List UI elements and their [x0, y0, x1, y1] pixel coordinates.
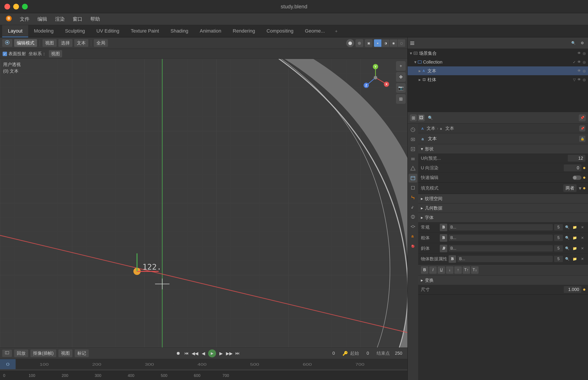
shading-wire-btn[interactable]: ◌: [398, 39, 405, 47]
text-object-row[interactable]: ▸ A 文本 👁 ◎: [408, 66, 588, 75]
grid-btn[interactable]: ⊞: [396, 94, 406, 104]
tab-more[interactable]: ＋: [331, 25, 342, 37]
shading-solid-btn[interactable]: ●: [374, 39, 381, 47]
font-object-data-name[interactable]: B...: [457, 256, 553, 262]
xray-btn[interactable]: ▣: [365, 39, 373, 47]
font-object-data-num[interactable]: 5: [554, 256, 563, 262]
data-block-lock[interactable]: 🔒: [579, 136, 585, 142]
tab-animation[interactable]: Animation: [194, 25, 227, 37]
text-render[interactable]: ◎: [583, 69, 586, 73]
viewport-canvas[interactable]: 122. 用户透视 (0) 文本 Y: [0, 59, 407, 347]
shading-material-btn[interactable]: ◑: [382, 39, 389, 47]
transform-header[interactable]: ▸ 变换: [418, 276, 588, 285]
blender-logo[interactable]: B: [2, 14, 15, 24]
font-italic-num[interactable]: 5: [554, 245, 563, 252]
start-frame-val[interactable]: 0: [361, 350, 374, 357]
size-value[interactable]: 1.000: [564, 286, 581, 293]
timeline-marker-btn[interactable]: 标记: [75, 349, 89, 357]
tool-measure[interactable]: [2, 85, 12, 95]
cylinder-visibility[interactable]: 👁: [577, 78, 581, 82]
font-regular-browse[interactable]: 🔍: [564, 224, 570, 230]
playback-btn[interactable]: 回放: [14, 349, 28, 357]
zoom-in-btn[interactable]: +: [396, 61, 406, 71]
font-bold-num[interactable]: 5: [554, 235, 563, 241]
u-preview-value[interactable]: 12: [568, 155, 585, 162]
font-italic-unlink[interactable]: ✕: [579, 246, 585, 252]
cylinder-object-row[interactable]: ▸ 柱体 ▽ 👁 ◎: [408, 75, 588, 84]
prev-keyframe-btn[interactable]: ◀: [200, 350, 207, 357]
coord-system-select[interactable]: 视图: [49, 50, 62, 57]
record-btn[interactable]: ⏺: [175, 350, 182, 357]
play-btn[interactable]: ▶: [208, 349, 216, 357]
current-frame[interactable]: 0: [327, 350, 340, 357]
italic-style-btn[interactable]: I: [429, 266, 437, 274]
maximize-button[interactable]: [22, 4, 28, 9]
subscript-style-btn[interactable]: ↓: [446, 266, 453, 274]
bold-style-btn[interactable]: B: [421, 266, 428, 274]
font-bold-name[interactable]: B...: [449, 235, 553, 241]
tab-sculpting[interactable]: Sculpting: [59, 25, 91, 37]
viewport-shading-btn[interactable]: ⬤: [346, 39, 354, 47]
tab-modeling[interactable]: Modeling: [28, 25, 59, 37]
props-object-btn[interactable]: [409, 183, 417, 192]
font-regular-folder[interactable]: 📁: [572, 224, 578, 230]
visibility-icon[interactable]: 👁: [577, 51, 581, 56]
superscript-style-btn[interactable]: ↑: [454, 266, 462, 274]
tab-geometry[interactable]: Geome...: [299, 25, 331, 37]
props-layout-btn[interactable]: ⊞: [410, 114, 417, 121]
select-menu-btn[interactable]: 选择: [58, 39, 72, 47]
next-frame-btn[interactable]: ▶▶: [226, 350, 233, 357]
view-menu-btn[interactable]: 视图: [42, 39, 57, 47]
camera-btn[interactable]: 📷: [396, 83, 406, 93]
jump-start-btn[interactable]: ⏮: [183, 350, 190, 357]
menu-edit[interactable]: 编辑: [34, 15, 51, 24]
pan-btn[interactable]: ✥: [396, 72, 406, 82]
data-block-name[interactable]: 文本: [428, 136, 577, 142]
font-object-data-browse[interactable]: 🔍: [564, 256, 570, 262]
menu-render[interactable]: 渲染: [52, 15, 68, 24]
frame-ruler[interactable]: 0 100 200 300 400 500 600 700 0 100 200 …: [0, 359, 407, 369]
surface-projection-checkbox[interactable]: ✓: [3, 52, 7, 56]
font-regular-unlink[interactable]: ✕: [579, 224, 585, 230]
end-frame-val[interactable]: 250: [392, 350, 405, 357]
outliner-filter-btn[interactable]: ⚙: [579, 39, 586, 47]
props-data-btn[interactable]: a: [409, 232, 417, 241]
props-scene-props-btn[interactable]: [409, 164, 417, 173]
collection-render[interactable]: ◎: [583, 60, 586, 64]
shading-render-btn[interactable]: ◉: [390, 39, 397, 47]
props-world-btn[interactable]: [409, 174, 417, 183]
editor-type-btn[interactable]: [2, 39, 12, 47]
tab-compositing[interactable]: Compositing: [261, 25, 299, 37]
props-modifier-btn[interactable]: [409, 193, 417, 202]
font-italic-name[interactable]: B...: [449, 245, 553, 252]
font-object-data-unlink[interactable]: ✕: [579, 256, 585, 262]
props-search-box[interactable]: 🔍: [426, 114, 465, 122]
fill-mode-value[interactable]: 两者: [563, 184, 577, 192]
jump-end-btn[interactable]: ⏭: [234, 350, 241, 357]
next-keyframe-btn[interactable]: ▶: [217, 350, 224, 357]
small-caps2-btn[interactable]: T↓: [471, 266, 479, 274]
outliner-search-btn[interactable]: 🔍: [570, 39, 577, 47]
props-view-layer-btn[interactable]: [409, 154, 417, 163]
prev-frame-btn[interactable]: ◀◀: [191, 350, 198, 357]
underline-style-btn[interactable]: U: [438, 266, 445, 274]
font-section-header[interactable]: ▸ 字体: [418, 213, 588, 222]
props-scene-btn[interactable]: [409, 125, 417, 134]
render-icon[interactable]: ◎: [583, 51, 586, 56]
tool-annotate[interactable]: [2, 73, 12, 84]
fill-mode-dropdown-arrow[interactable]: ▾: [579, 185, 581, 191]
props-constraints-btn[interactable]: [409, 222, 417, 231]
props-material-btn[interactable]: [409, 242, 417, 250]
menu-help[interactable]: 帮助: [87, 15, 104, 24]
tab-uv-editing[interactable]: UV Editing: [91, 25, 125, 37]
font-regular-name[interactable]: B...: [449, 224, 553, 230]
props-particles-btn[interactable]: [409, 203, 417, 211]
props-render-btn[interactable]: [409, 135, 417, 144]
props-physics-btn[interactable]: [409, 212, 417, 221]
viewport-overlay-btn[interactable]: ◎: [356, 39, 363, 47]
tab-texture-paint[interactable]: Texture Paint: [125, 25, 165, 37]
font-bold-folder[interactable]: 📁: [572, 235, 578, 241]
props-display-btn[interactable]: 🖼: [418, 114, 425, 121]
text-menu-btn[interactable]: 文本: [74, 39, 88, 47]
edit-mode-btn[interactable]: 编辑模式: [14, 39, 37, 47]
